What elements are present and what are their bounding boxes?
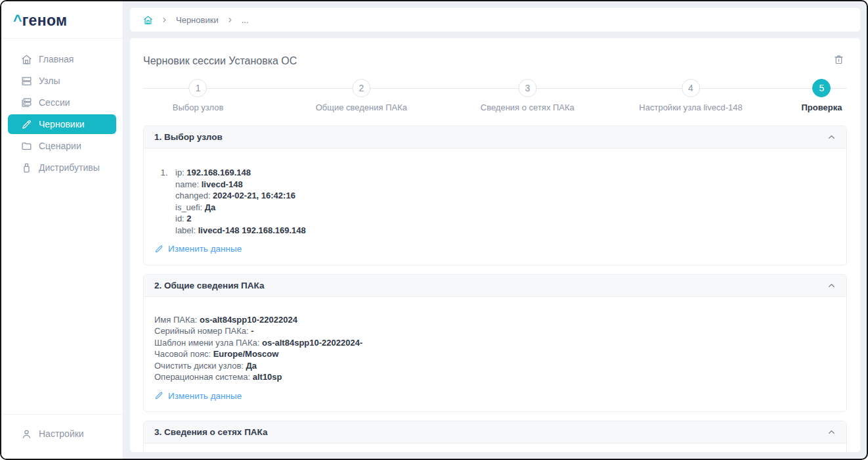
field-row: Серийный номер ПАКа: - bbox=[154, 325, 836, 337]
field-value: 2 bbox=[186, 214, 191, 223]
wizard-stepper: 1 Выбор узлов 2 Общие сведения ПАКа 3 Св… bbox=[143, 79, 847, 117]
section-network-info: 3. Сведения о сетях ПАКа Домен поиска: s… bbox=[143, 421, 847, 452]
sidebar-item-settings[interactable]: Настройки bbox=[8, 424, 116, 444]
step-circle: 2 bbox=[352, 79, 370, 97]
field-key: Шаблон имени узла ПАКа: bbox=[154, 338, 262, 348]
sidebar-item-drafts[interactable]: Черновики bbox=[8, 114, 116, 134]
sidebar-item-label: Настройки bbox=[39, 428, 84, 439]
field-value: Да bbox=[246, 361, 257, 371]
edit-data-link[interactable]: Изменить данные bbox=[154, 244, 242, 254]
servers-icon bbox=[21, 76, 32, 87]
chevron-up-icon bbox=[827, 133, 836, 141]
step-3-network-info[interactable]: 3 Сведения о сетях ПАКа bbox=[481, 79, 575, 112]
app-logo: ^геном bbox=[1, 1, 123, 39]
home-icon[interactable] bbox=[143, 15, 153, 25]
chevron-up-icon bbox=[827, 281, 836, 290]
folder-icon bbox=[21, 141, 32, 152]
step-label: Проверка bbox=[801, 103, 842, 112]
user-icon bbox=[21, 428, 32, 440]
step-circle: 4 bbox=[682, 79, 700, 97]
field-row: id: 2 bbox=[175, 213, 836, 225]
step-1-node-selection[interactable]: 1 Выбор узлов bbox=[173, 79, 224, 112]
field-key: changed: bbox=[175, 191, 213, 200]
sidebar-item-label: Сценарии bbox=[39, 141, 81, 151]
sessions-icon bbox=[21, 97, 32, 108]
sidebar-item-label: Главная bbox=[39, 54, 74, 64]
field-value: alt10sp bbox=[253, 372, 282, 382]
field-row: is_uefi: Да bbox=[175, 202, 836, 214]
field-row: changed: 2024-02-21, 16:42:16 bbox=[175, 190, 836, 202]
field-key: ip: bbox=[175, 168, 186, 177]
step-label: Настройки узла livecd-148 bbox=[639, 103, 742, 112]
section-general-info: 2. Общие сведения ПАКа Имя ПАКа: os-alt8… bbox=[143, 274, 847, 413]
sidebar-item-sessions[interactable]: Сессии bbox=[8, 93, 116, 112]
field-row: Имя ПАКа: os-alt84spp10-22022024 bbox=[154, 314, 836, 326]
sidebar-bottom: Настройки bbox=[1, 414, 123, 459]
section-title: 3. Сведения о сетях ПАКа bbox=[154, 427, 268, 437]
logo-text: геном bbox=[22, 12, 68, 29]
section-body: ip: 192.168.169.148 name: livecd-148 cha… bbox=[144, 149, 846, 265]
home-icon bbox=[21, 54, 32, 65]
field-key: Операционная система: bbox=[154, 372, 253, 382]
edit-data-label: Изменить данные bbox=[168, 244, 242, 254]
logo-caret: ^ bbox=[13, 12, 22, 29]
breadcrumb: Черновики ... bbox=[130, 8, 860, 32]
delete-draft-button[interactable] bbox=[833, 54, 844, 65]
sidebar-item-home[interactable]: Главная bbox=[8, 49, 116, 69]
chevron-up-icon bbox=[827, 428, 836, 436]
node-list: ip: 192.168.169.148 name: livecd-148 cha… bbox=[170, 167, 836, 236]
field-row: Часовой пояс: Europe/Moscow bbox=[154, 348, 836, 360]
step-5-review[interactable]: 5 Проверка bbox=[801, 79, 842, 112]
pencil-icon bbox=[154, 391, 163, 400]
field-value: livecd-148 192.168.169.148 bbox=[198, 225, 306, 235]
field-value: 192.168.169.148 bbox=[186, 168, 251, 177]
field-row: name: livecd-148 bbox=[175, 179, 836, 191]
field-key: label: bbox=[175, 225, 198, 235]
sidebar-item-scenarios[interactable]: Сценарии bbox=[8, 136, 116, 156]
edit-data-link[interactable]: Изменить данные bbox=[154, 391, 242, 401]
sidebar-item-label: Узлы bbox=[39, 76, 60, 86]
sidebar-item-nodes[interactable]: Узлы bbox=[8, 71, 116, 91]
section-body: Домен поиска: skala-r.ru DNS адреса: dns… bbox=[144, 444, 846, 452]
section-header[interactable]: 1. Выбор узлов bbox=[144, 126, 846, 149]
field-row: Очистить диски узлов: Да bbox=[154, 360, 836, 372]
section-body: Имя ПАКа: os-alt84spp10-22022024 Серийны… bbox=[144, 297, 846, 412]
sidebar-nav: Главная Узлы Сессии Черновики bbox=[1, 39, 123, 190]
sidebar-item-label: Сессии bbox=[39, 97, 70, 108]
field-row: label: livecd-148 192.168.169.148 bbox=[175, 225, 836, 237]
field-key: Имя ПАКа: bbox=[154, 315, 200, 325]
card-header: Черновик сессии Установка ОС bbox=[143, 51, 847, 67]
section-title: 1. Выбор узлов bbox=[154, 132, 223, 142]
step-4-node-settings[interactable]: 4 Настройки узла livecd-148 bbox=[639, 79, 742, 112]
chevron-right-icon bbox=[162, 17, 167, 23]
section-node-selection: 1. Выбор узлов ip: 192.168.169.148 name:… bbox=[143, 126, 847, 265]
step-circle: 3 bbox=[518, 79, 536, 97]
step-circle: 1 bbox=[189, 79, 207, 97]
sidebar-item-label: Дистрибутивы bbox=[39, 162, 100, 173]
field-row: Операционная система: alt10sp bbox=[154, 371, 836, 383]
usb-drive-icon bbox=[21, 162, 32, 173]
field-value: Да bbox=[205, 202, 216, 212]
section-title: 2. Общие сведения ПАКа bbox=[154, 281, 264, 290]
field-row: ip: 192.168.169.148 bbox=[175, 167, 836, 179]
breadcrumb-item-current[interactable]: ... bbox=[242, 15, 249, 25]
field-key: Часовой пояс: bbox=[154, 349, 213, 359]
pencil-icon bbox=[154, 244, 163, 254]
field-key: Серийный номер ПАКа: bbox=[154, 326, 251, 336]
pencil-icon bbox=[21, 119, 32, 130]
section-header[interactable]: 2. Общие сведения ПАКа bbox=[144, 275, 846, 297]
field-value: 2024-02-21, 16:42:16 bbox=[213, 191, 295, 200]
draft-card: Черновик сессии Установка ОС 1 Выбор узл… bbox=[130, 38, 860, 452]
main-area: Черновики ... Черновик сессии Установка … bbox=[123, 1, 867, 459]
field-key: id: bbox=[175, 214, 186, 223]
step-label: Выбор узлов bbox=[173, 103, 224, 112]
sidebar: ^геном Главная Узлы Сессии bbox=[1, 1, 123, 459]
node-list-item: ip: 192.168.169.148 name: livecd-148 cha… bbox=[170, 167, 836, 236]
section-header[interactable]: 3. Сведения о сетях ПАКа bbox=[144, 421, 846, 444]
field-value: - bbox=[251, 326, 253, 336]
field-value: livecd-148 bbox=[202, 179, 243, 189]
sidebar-item-distributions[interactable]: Дистрибутивы bbox=[8, 158, 116, 177]
step-2-general-info[interactable]: 2 Общие сведения ПАКа bbox=[316, 79, 407, 112]
field-key: Очистить диски узлов: bbox=[154, 361, 246, 371]
breadcrumb-item-drafts[interactable]: Черновики bbox=[176, 15, 219, 25]
